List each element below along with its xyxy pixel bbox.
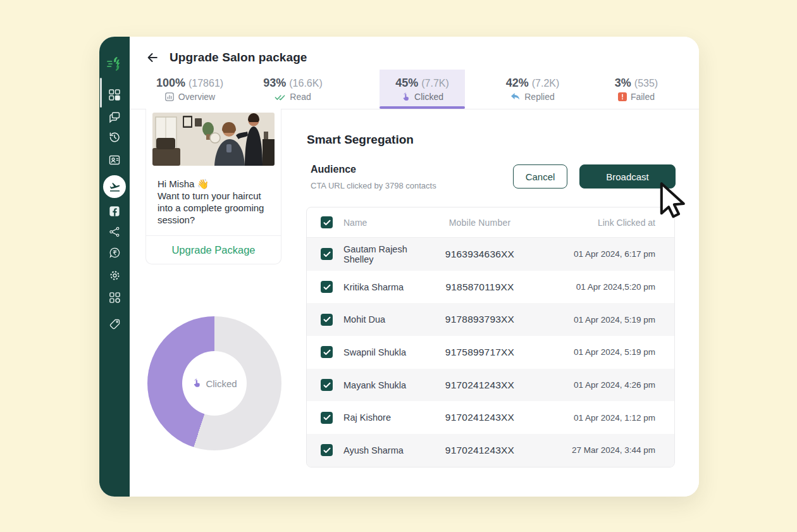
table-row: Gautam Rajesh Shelley 9163934636XX 01 Ap…: [307, 238, 674, 271]
brand-logo-icon[interactable]: [99, 56, 130, 71]
select-all-checkbox[interactable]: [321, 216, 333, 228]
facebook-icon[interactable]: [99, 206, 130, 217]
upgrade-package-button[interactable]: Upgrade Package: [146, 235, 281, 264]
check-icon: [323, 349, 331, 356]
tap-click-icon: [192, 378, 202, 388]
smart-segregation-title: Smart Segregation: [307, 133, 414, 147]
tab-clicked[interactable]: 45% (7.7K) Clicked: [380, 70, 465, 109]
message-preview-text: Hi Misha 👋 Want to turn your haircut int…: [146, 166, 281, 226]
tags-icon[interactable]: [99, 318, 130, 330]
desktop-background: { "colors": { "page_background": "#FBF5D…: [0, 0, 797, 532]
payments-icon[interactable]: [99, 247, 130, 259]
audience-label: Audience: [311, 164, 356, 175]
settings-gear-icon[interactable]: [99, 269, 130, 281]
audience-subtext: CTA URL clicked by 3798 contacts: [311, 181, 436, 190]
clicked-donut-chart: Clicked: [147, 316, 281, 450]
row-checkbox[interactable]: [321, 314, 333, 326]
donut-center-label: Clicked: [182, 351, 247, 416]
sidebar: [99, 37, 130, 497]
table-row: Mayank Shukla 9170241243XX 01 Apr 2024, …: [307, 369, 674, 402]
overview-chart-icon: [164, 92, 175, 102]
audience-table: Name Mobile Number Link Clicked at Gauta…: [306, 207, 675, 467]
contacts-icon[interactable]: [99, 154, 130, 166]
tab-read[interactable]: 93% (16.6K) Read: [252, 70, 334, 109]
table-row: Ayush Sharma 9170241243XX 27 Mar 2024, 3…: [307, 434, 674, 467]
check-icon: [323, 251, 331, 257]
live-chat-icon[interactable]: [99, 111, 130, 123]
main-panel: Upgrade Salon package 100% (17861) Overv…: [130, 37, 699, 497]
row-checkbox[interactable]: [321, 444, 333, 456]
campaign-send-icon: [109, 181, 121, 193]
tab-overview[interactable]: 100% (17861) Overview: [149, 70, 231, 109]
failed-alert-icon: [618, 92, 627, 101]
back-arrow-icon: [145, 51, 159, 65]
row-checkbox[interactable]: [321, 281, 333, 293]
history-icon[interactable]: [99, 131, 130, 144]
row-checkbox[interactable]: [321, 412, 333, 424]
check-icon: [323, 382, 331, 388]
tab-replied[interactable]: 42% (7.2K) Replied: [491, 70, 574, 109]
app-window: Upgrade Salon package 100% (17861) Overv…: [99, 37, 699, 497]
tab-failed[interactable]: 3% (535) Failed: [595, 70, 677, 109]
check-icon: [323, 414, 331, 421]
reply-arrow-icon: [510, 92, 521, 101]
check-icon: [323, 220, 331, 226]
page-title: Upgrade Salon package: [170, 51, 307, 65]
check-icon: [323, 284, 331, 290]
broadcast-button[interactable]: Broadcast: [579, 164, 676, 189]
tap-click-icon: [401, 92, 411, 102]
salon-photo: [152, 113, 275, 166]
check-icon: [323, 447, 331, 454]
row-checkbox[interactable]: [321, 379, 333, 391]
table-header-row: Name Mobile Number Link Clicked at: [307, 207, 674, 238]
back-button[interactable]: [145, 50, 160, 65]
apps-grid-icon[interactable]: [99, 292, 130, 304]
table-row: Swapnil Shukla 9175899717XX 01 Apr 2024,…: [307, 336, 674, 369]
stats-tabs: 100% (17861) Overview 93% (16.6K) Read: [130, 70, 699, 109]
table-row: Mohit Dua 9178893793XX 01 Apr 2024, 5:19…: [307, 303, 674, 336]
row-checkbox[interactable]: [321, 248, 333, 260]
check-icon: [323, 316, 331, 323]
cancel-button[interactable]: Cancel: [513, 164, 567, 189]
dashboard-icon[interactable]: [99, 89, 130, 101]
double-check-icon: [275, 93, 286, 101]
integrations-icon[interactable]: [99, 226, 130, 238]
sidebar-item-campaigns-active[interactable]: [103, 175, 126, 198]
row-checkbox[interactable]: [321, 346, 333, 358]
message-preview-card: Hi Misha 👋 Want to turn your haircut int…: [145, 109, 281, 264]
table-row: Raj Kishore 9170241243XX 01 Apr 2024, 1:…: [307, 401, 674, 434]
table-row: Kritika Sharma 9185870119XX 01 Apr 2024,…: [307, 271, 674, 304]
